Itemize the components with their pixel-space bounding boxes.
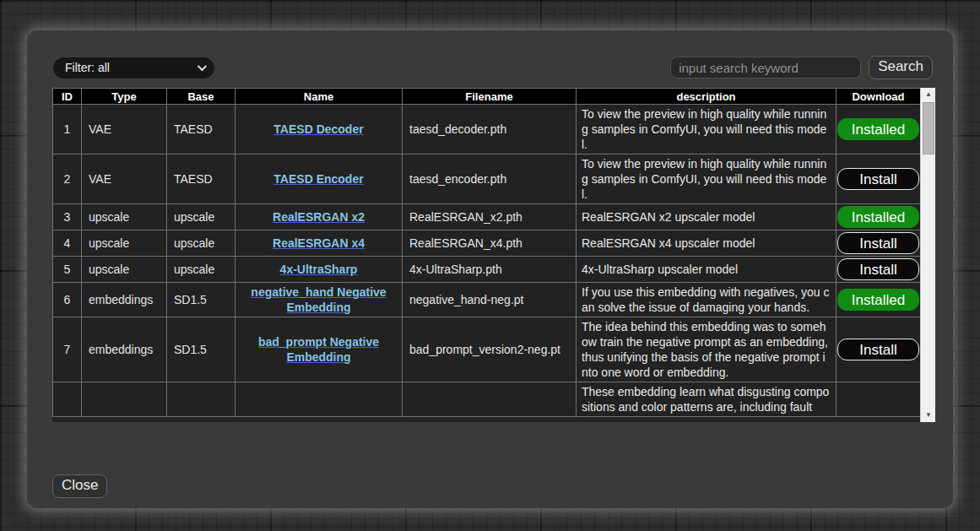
- cell-name: [236, 382, 403, 417]
- cell-type: upscale: [82, 204, 167, 230]
- cell-download: Installed: [837, 105, 921, 154]
- cell-desc: RealESRGAN x4 upscaler model: [577, 230, 837, 257]
- cell-desc: To view the preview in high quality whil…: [577, 154, 837, 204]
- cell-desc: To view the preview in high quality whil…: [577, 105, 837, 154]
- cell-desc: 4x-UltraSharp upscaler model: [577, 257, 837, 283]
- column-header: Type: [82, 89, 167, 105]
- model-name-link[interactable]: RealESRGAN x4: [273, 236, 365, 250]
- table-row: 6embeddingsSD1.5negative_hand Negative E…: [53, 283, 921, 317]
- cell-filename: RealESRGAN_x2.pth: [403, 204, 577, 230]
- model-name-link[interactable]: RealESRGAN x2: [273, 210, 365, 224]
- cell-type: embeddings: [82, 317, 167, 382]
- column-header: description: [577, 89, 837, 105]
- cell-type: VAE: [82, 154, 167, 204]
- filter-select[interactable]: Filter: all: [52, 57, 215, 79]
- cell-desc: RealESRGAN x2 upscaler model: [577, 204, 837, 230]
- model-table: IDTypeBaseNameFilenamedescriptionDownloa…: [52, 88, 921, 417]
- cell-desc: These embedding learn what disgusting co…: [577, 382, 837, 417]
- dialog-topbar: Filter: all Search: [52, 56, 936, 79]
- search-input[interactable]: [670, 57, 861, 79]
- cell-name: TAESD Encoder: [236, 154, 403, 204]
- filter-select-value: Filter: all: [65, 61, 198, 74]
- chevron-down-icon: [198, 62, 207, 71]
- table-row: 1VAETAESDTAESD Decodertaesd_decoder.pthT…: [53, 105, 921, 154]
- cell-id: 5: [53, 257, 82, 283]
- cell-filename: bad_prompt_version2-neg.pt: [403, 317, 577, 382]
- cell-base: TAESD: [167, 154, 236, 204]
- column-header: ID: [53, 89, 82, 105]
- table-row: 5upscaleupscale4x-UltraSharp4x-UltraShar…: [53, 257, 921, 283]
- scroll-up-icon[interactable]: ▲: [921, 88, 935, 101]
- cell-base: upscale: [167, 230, 236, 257]
- cell-type: VAE: [82, 105, 167, 154]
- cell-type: upscale: [82, 257, 167, 283]
- table-row: 7embeddingsSD1.5bad_prompt Negative Embe…: [53, 317, 921, 382]
- cell-name: RealESRGAN x2: [236, 204, 403, 230]
- table-row: 4upscaleupscaleRealESRGAN x4RealESRGAN_x…: [53, 230, 921, 257]
- cell-name: RealESRGAN x4: [236, 230, 403, 257]
- cell-filename: RealESRGAN_x4.pth: [403, 230, 577, 257]
- table-row: 3upscaleupscaleRealESRGAN x2RealESRGAN_x…: [53, 204, 921, 230]
- scroll-down-icon[interactable]: ▼: [921, 409, 935, 422]
- cell-name: 4x-UltraSharp: [236, 257, 403, 283]
- install-button[interactable]: Install: [837, 168, 919, 190]
- cell-base: SD1.5: [167, 317, 236, 382]
- cell-filename: taesd_decoder.pth: [403, 105, 577, 154]
- cell-type: upscale: [82, 230, 167, 257]
- cell-download: Installed: [837, 283, 921, 317]
- cell-download: Install: [837, 257, 921, 283]
- column-header: Name: [236, 89, 403, 105]
- cell-base: [167, 382, 236, 417]
- cell-id: 7: [53, 317, 82, 382]
- cell-name: negative_hand Negative Embedding: [236, 283, 403, 317]
- cell-base: TAESD: [167, 105, 236, 154]
- cell-id: [53, 382, 82, 417]
- column-header: Download: [837, 89, 921, 105]
- cell-desc: If you use this embedding with negatives…: [577, 283, 837, 317]
- cell-name: TAESD Decoder: [236, 105, 403, 154]
- installed-button[interactable]: Installed: [837, 118, 919, 140]
- cell-id: 6: [53, 283, 82, 317]
- cell-download: Install: [837, 154, 921, 204]
- table-header-row: IDTypeBaseNameFilenamedescriptionDownloa…: [53, 89, 921, 105]
- table-row: These embedding learn what disgusting co…: [53, 382, 921, 417]
- cell-name: bad_prompt Negative Embedding: [236, 317, 403, 382]
- installed-button[interactable]: Installed: [837, 206, 919, 228]
- column-header: Filename: [403, 89, 577, 105]
- model-name-link[interactable]: bad_prompt Negative Embedding: [258, 335, 379, 364]
- cell-filename: taesd_encoder.pth: [403, 154, 577, 204]
- cell-id: 2: [53, 154, 82, 204]
- cell-download: [837, 382, 921, 417]
- install-button[interactable]: Install: [837, 258, 919, 280]
- cell-id: 4: [53, 230, 82, 257]
- scrollbar-thumb[interactable]: [923, 102, 934, 154]
- model-name-link[interactable]: negative_hand Negative Embedding: [251, 285, 386, 314]
- close-button[interactable]: Close: [52, 474, 107, 498]
- model-name-link[interactable]: TAESD Decoder: [273, 122, 363, 136]
- cell-base: upscale: [167, 204, 236, 230]
- installed-button[interactable]: Installed: [837, 289, 919, 311]
- install-button[interactable]: Install: [837, 339, 919, 360]
- install-button[interactable]: Install: [837, 232, 919, 254]
- cell-filename: [403, 382, 577, 417]
- cell-filename: negative_hand-neg.pt: [403, 283, 577, 317]
- model-table-viewport: IDTypeBaseNameFilenamedescriptionDownloa…: [52, 88, 935, 422]
- table-scrollbar[interactable]: ▲ ▼: [920, 88, 935, 422]
- cell-desc: The idea behind this embedding was to so…: [577, 317, 837, 382]
- search-button[interactable]: Search: [869, 56, 933, 79]
- cell-id: 1: [53, 105, 82, 154]
- cell-id: 3: [53, 204, 82, 230]
- install-models-dialog: Filter: all Search IDTypeBaseNameFilenam…: [27, 30, 953, 508]
- table-row: 2VAETAESDTAESD Encodertaesd_encoder.pthT…: [53, 154, 921, 204]
- model-name-link[interactable]: TAESD Encoder: [273, 172, 363, 186]
- model-name-link[interactable]: 4x-UltraSharp: [280, 263, 358, 276]
- cell-download: Install: [837, 317, 921, 382]
- column-header: Base: [167, 89, 236, 105]
- cell-download: Installed: [837, 204, 921, 230]
- cell-base: upscale: [167, 257, 236, 283]
- cell-base: SD1.5: [167, 283, 236, 317]
- cell-type: [82, 382, 167, 417]
- cell-download: Install: [837, 230, 921, 257]
- model-table-body: 1VAETAESDTAESD Decodertaesd_decoder.pthT…: [53, 105, 921, 417]
- cell-type: embeddings: [82, 283, 167, 317]
